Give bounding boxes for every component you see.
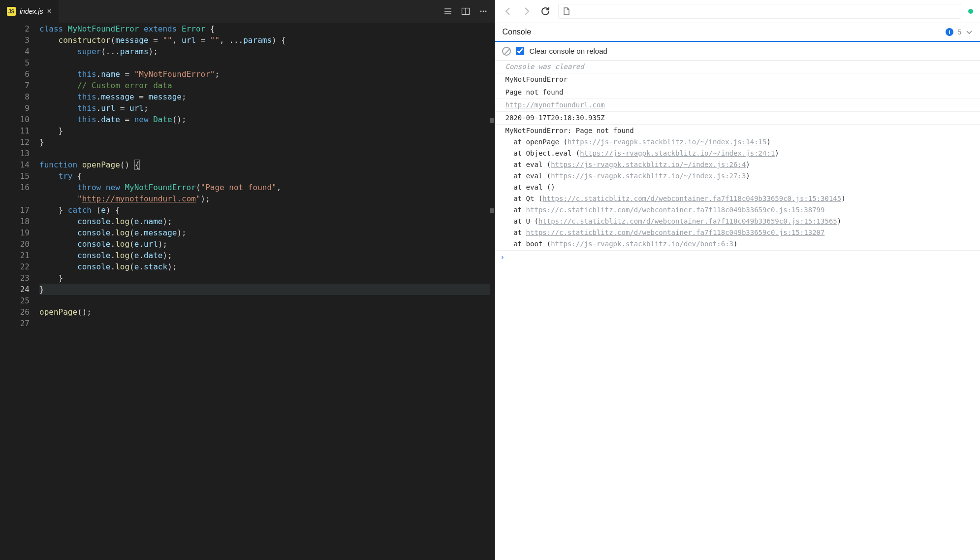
stack-link[interactable]: https://js-rvagpk.stackblitz.io/~/index.… <box>580 149 775 157</box>
more-icon[interactable] <box>479 7 488 16</box>
console-stack-row: MyNotFoundError: Page not found at openP… <box>495 125 980 251</box>
url-bar[interactable] <box>558 4 961 19</box>
console-log-row: 2020-09-17T20:18:30.935Z <box>495 112 980 125</box>
console-output[interactable]: Console was clearedMyNotFoundErrorPage n… <box>495 61 980 560</box>
console-meta-row: Console was cleared <box>495 61 980 73</box>
status-indicator <box>968 9 973 14</box>
console-link[interactable]: http://mynotfoundurl.com <box>505 101 604 109</box>
stack-link[interactable]: https://c.staticblitz.com/d/webcontainer… <box>542 195 841 202</box>
stack-link[interactable]: https://js-rvagpk.stackblitz.io/dev/boot… <box>551 240 733 248</box>
info-icon: i <box>946 28 953 36</box>
tabbar-actions <box>443 7 495 16</box>
reload-icon[interactable] <box>539 5 551 17</box>
console-log-row: MyNotFoundError <box>495 73 980 86</box>
svg-point-4 <box>485 11 487 12</box>
code-editor[interactable]: 2345678910111213141516 17181920212223242… <box>0 23 495 560</box>
minimap-mark <box>490 208 494 213</box>
svg-point-3 <box>483 11 484 12</box>
tab-title: index.js <box>20 7 43 15</box>
console-title: Console <box>502 28 531 36</box>
clear-console-icon[interactable] <box>502 47 511 56</box>
console-prompt[interactable]: › <box>495 251 980 264</box>
browser-toolbar <box>495 0 980 23</box>
stack-link[interactable]: https://js-rvagpk.stackblitz.io/~/index.… <box>551 172 746 180</box>
clear-on-reload-checkbox[interactable] <box>516 47 524 55</box>
minimap-mark <box>490 118 494 123</box>
editor-pane: JS index.js × 2345678910111213141516 171… <box>0 0 495 560</box>
code-content[interactable]: class MyNotFoundError extends Error { co… <box>39 23 495 560</box>
console-header: Console i 5 <box>495 23 980 42</box>
tabs-bar: JS index.js × <box>0 0 495 23</box>
tab-index-js[interactable]: JS index.js × <box>0 0 59 23</box>
stack-link[interactable]: https://js-rvagpk.stackblitz.io/~/index.… <box>568 138 767 146</box>
console-log-row: Page not found <box>495 86 980 99</box>
split-editor-icon[interactable] <box>461 7 470 16</box>
console-info-count: 5 <box>957 28 961 36</box>
svg-point-2 <box>480 11 482 12</box>
clear-on-reload-label[interactable]: Clear console on reload <box>529 47 607 55</box>
console-controls: Clear console on reload <box>495 42 980 61</box>
preview-pane: Console i 5 Clear console on reload Cons… <box>495 0 980 560</box>
back-icon <box>502 5 514 17</box>
chevron-down-icon[interactable] <box>965 28 973 36</box>
stack-link[interactable]: https://c.staticblitz.com/d/webcontainer… <box>526 229 825 236</box>
stack-link[interactable]: https://js-rvagpk.stackblitz.io/~/index.… <box>551 161 746 168</box>
stack-link[interactable]: https://c.staticblitz.com/d/webcontainer… <box>538 217 837 225</box>
console-log-row: http://mynotfoundurl.com <box>495 99 980 112</box>
js-file-icon: JS <box>7 7 16 16</box>
forward-icon <box>521 5 533 17</box>
close-icon[interactable]: × <box>47 7 51 15</box>
line-number-gutter: 2345678910111213141516 17181920212223242… <box>0 23 39 560</box>
menu-icon[interactable] <box>443 7 452 16</box>
page-icon <box>563 7 570 15</box>
stack-link[interactable]: https://c.staticblitz.com/d/webcontainer… <box>526 206 825 214</box>
